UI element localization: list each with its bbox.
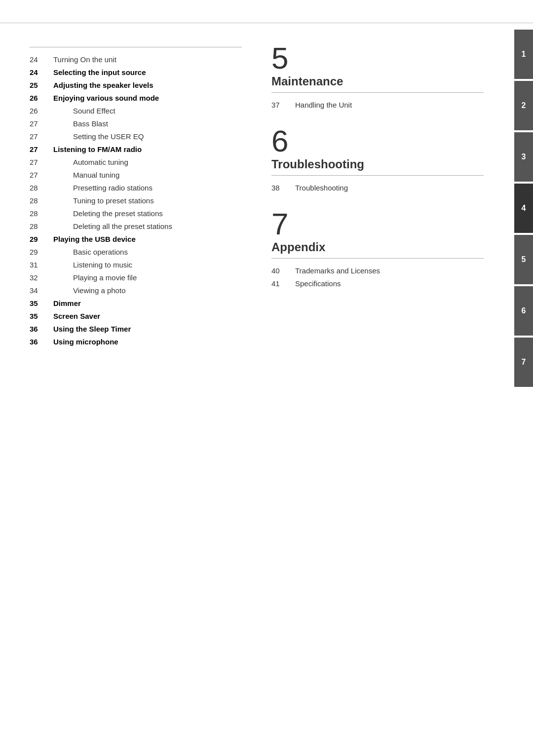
- section-operation: 24Turning On the unit24Selecting the inp…: [30, 47, 242, 347]
- toc-page: 28: [30, 195, 53, 206]
- toc-label: Troubleshooting: [295, 183, 484, 193]
- toc-page: 27: [30, 170, 53, 180]
- section-title: Appendix: [271, 240, 484, 254]
- section-title: Maintenance: [271, 75, 484, 88]
- toc-entry: 26Sound Effect: [30, 106, 242, 116]
- toc-label: Adjusting the speaker levels: [53, 80, 242, 90]
- toc-entry: 29Playing the USB device: [30, 234, 242, 244]
- toc-entry: 28Deleting the preset stations: [30, 208, 242, 219]
- section-divider: [271, 175, 484, 176]
- section-number: 7: [271, 209, 484, 239]
- toc-label: Setting the USER EQ: [53, 131, 242, 142]
- toc-page: 28: [30, 221, 53, 231]
- toc-entry: 25Adjusting the speaker levels: [30, 80, 242, 90]
- toc-page: 29: [30, 247, 53, 257]
- toc-entry: 37Handling the Unit: [271, 100, 484, 110]
- toc-page: 27: [30, 131, 53, 142]
- section-title: Troubleshooting: [271, 157, 484, 171]
- toc-entry: 24Turning On the unit: [30, 54, 242, 65]
- toc-label: Tuning to preset stations: [53, 195, 242, 206]
- toc-page: 24: [30, 54, 53, 65]
- toc-label: Basic operations: [53, 247, 242, 257]
- toc-label: Using the Sleep Timer: [53, 324, 242, 334]
- toc-label: Selecting the input source: [53, 67, 242, 77]
- toc-page: 35: [30, 298, 53, 308]
- page-header: [0, 0, 533, 23]
- toc-label: Specifications: [295, 278, 484, 289]
- side-tab-1[interactable]: 1: [514, 30, 533, 79]
- left-column: 24Turning On the unit24Selecting the inp…: [30, 43, 262, 363]
- toc-label: Playing the USB device: [53, 234, 242, 244]
- toc-entry: 27Manual tuning: [30, 170, 242, 180]
- toc-label: Trademarks and Licenses: [295, 265, 484, 276]
- toc-entry: 31Listening to music: [30, 260, 242, 270]
- section-number: 5: [271, 43, 484, 74]
- toc-entry: 27Bass Blast: [30, 118, 242, 129]
- side-tab-4[interactable]: 4: [514, 184, 533, 233]
- toc-page: 27: [30, 118, 53, 129]
- toc-label: Listening to FM/AM radio: [53, 144, 242, 154]
- toc-entry: 36Using microphone: [30, 337, 242, 347]
- toc-entry: 26Enjoying various sound mode: [30, 93, 242, 103]
- toc-label: Presetting radio stations: [53, 183, 242, 193]
- toc-entry: 40Trademarks and Licenses: [271, 265, 484, 276]
- toc-label: Enjoying various sound mode: [53, 93, 242, 103]
- side-tab-5[interactable]: 5: [514, 235, 533, 284]
- toc-entry: 27Automatic tuning: [30, 157, 242, 167]
- toc-label: Using microphone: [53, 337, 242, 347]
- toc-entry: 35Screen Saver: [30, 311, 242, 321]
- left-toc-list: 24Turning On the unit24Selecting the inp…: [30, 54, 242, 347]
- toc-label: Turning On the unit: [53, 54, 242, 65]
- toc-page: 29: [30, 234, 53, 244]
- side-tab-6[interactable]: 6: [514, 286, 533, 336]
- toc-page: 24: [30, 67, 53, 77]
- toc-entry: 28Tuning to preset stations: [30, 195, 242, 206]
- toc-page: 27: [30, 157, 53, 167]
- toc-entry: 28Presetting radio stations: [30, 183, 242, 193]
- toc-entry: 29Basic operations: [30, 247, 242, 257]
- toc-page: 37: [271, 100, 295, 110]
- toc-label: Deleting the preset stations: [53, 208, 242, 219]
- section-4-divider: [30, 47, 242, 47]
- toc-page: 40: [271, 265, 295, 276]
- toc-page: 25: [30, 80, 53, 90]
- toc-page: 32: [30, 272, 53, 283]
- toc-entry: 36Using the Sleep Timer: [30, 324, 242, 334]
- toc-label: Viewing a photo: [53, 285, 242, 296]
- toc-label: Deleting all the preset stations: [53, 221, 242, 231]
- toc-page: 34: [30, 285, 53, 296]
- toc-entry: 38Troubleshooting: [271, 183, 484, 193]
- toc-page: 38: [271, 183, 295, 193]
- toc-label: Screen Saver: [53, 311, 242, 321]
- toc-label: Listening to music: [53, 260, 242, 270]
- toc-label: Automatic tuning: [53, 157, 242, 167]
- toc-page: 36: [30, 324, 53, 334]
- side-tab-7[interactable]: 7: [514, 338, 533, 387]
- toc-entry: 32Playing a movie file: [30, 272, 242, 283]
- toc-page: 41: [271, 278, 295, 289]
- toc-label: Manual tuning: [53, 170, 242, 180]
- toc-entry: 28Deleting all the preset stations: [30, 221, 242, 231]
- toc-entry: 34Viewing a photo: [30, 285, 242, 296]
- toc-page: 28: [30, 183, 53, 193]
- section-block-troubleshooting: 6Troubleshooting38Troubleshooting: [271, 126, 484, 193]
- section-number: 6: [271, 126, 484, 156]
- toc-page: 27: [30, 144, 53, 154]
- toc-page: 35: [30, 311, 53, 321]
- toc-page: 26: [30, 106, 53, 116]
- toc-entry: 35Dimmer: [30, 298, 242, 308]
- main-content: 24Turning On the unit24Selecting the inp…: [0, 23, 533, 382]
- side-tab-2[interactable]: 2: [514, 81, 533, 130]
- toc-label: Handling the Unit: [295, 100, 484, 110]
- right-column: 5Maintenance37Handling the Unit6Troubles…: [262, 43, 484, 363]
- section-divider: [271, 258, 484, 259]
- toc-page: 31: [30, 260, 53, 270]
- toc-entry: 27Listening to FM/AM radio: [30, 144, 242, 154]
- toc-entry: 27Setting the USER EQ: [30, 131, 242, 142]
- toc-page: 28: [30, 208, 53, 219]
- toc-entry: 41Specifications: [271, 278, 484, 289]
- toc-label: Playing a movie file: [53, 272, 242, 283]
- toc-entry: 24Selecting the input source: [30, 67, 242, 77]
- side-tab-3[interactable]: 3: [514, 132, 533, 182]
- toc-label: Bass Blast: [53, 118, 242, 129]
